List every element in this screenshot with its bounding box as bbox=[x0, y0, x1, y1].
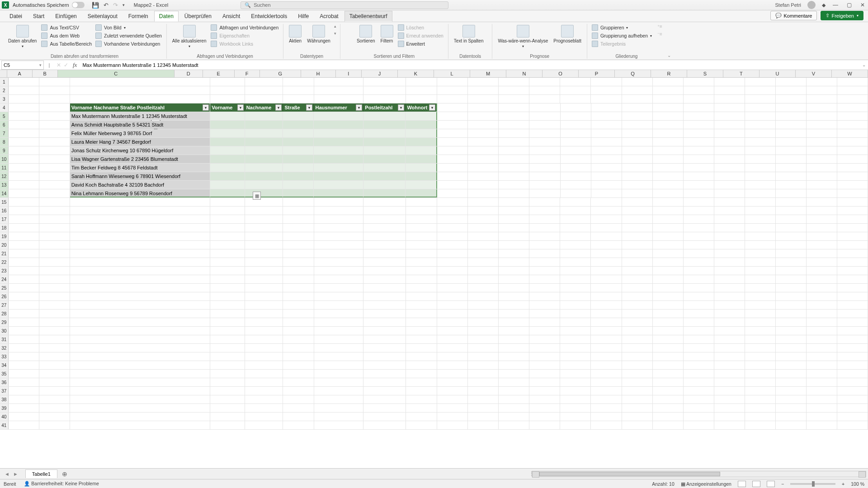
cell[interactable] bbox=[622, 224, 653, 232]
tab-überprüfen[interactable]: Überprüfen bbox=[179, 11, 217, 22]
cell[interactable] bbox=[363, 327, 406, 335]
cell[interactable] bbox=[807, 310, 837, 318]
cell[interactable] bbox=[363, 267, 406, 275]
col-header-M[interactable]: M bbox=[470, 70, 506, 77]
cell[interactable]: Vorname Nachname Straße Postleitzahl▾ bbox=[70, 103, 211, 112]
cell[interactable] bbox=[437, 224, 468, 232]
cell[interactable] bbox=[591, 361, 622, 369]
cell[interactable] bbox=[210, 232, 245, 240]
cell[interactable] bbox=[39, 421, 70, 429]
cell[interactable] bbox=[314, 181, 363, 189]
cell[interactable] bbox=[622, 292, 653, 300]
cell[interactable] bbox=[406, 164, 437, 172]
cell[interactable] bbox=[437, 129, 468, 137]
cell[interactable] bbox=[437, 344, 468, 352]
cell[interactable] bbox=[560, 327, 591, 335]
cell[interactable] bbox=[314, 129, 363, 137]
cell[interactable] bbox=[468, 78, 499, 86]
cell[interactable] bbox=[499, 404, 529, 412]
cell[interactable] bbox=[653, 198, 684, 206]
cell[interactable] bbox=[745, 352, 776, 361]
cell[interactable] bbox=[499, 310, 529, 318]
cell[interactable] bbox=[437, 378, 468, 386]
col-header-S[interactable]: S bbox=[687, 70, 723, 77]
cell[interactable] bbox=[745, 387, 776, 395]
cell[interactable] bbox=[245, 335, 283, 343]
cell[interactable] bbox=[837, 155, 868, 163]
col-header-Q[interactable]: Q bbox=[615, 70, 651, 77]
sort-button[interactable]: Sortieren bbox=[355, 24, 377, 44]
cell[interactable] bbox=[437, 301, 468, 309]
cell[interactable] bbox=[807, 95, 837, 103]
cell[interactable] bbox=[776, 138, 807, 146]
cell[interactable] bbox=[776, 249, 807, 258]
cell[interactable] bbox=[745, 181, 776, 189]
cell[interactable] bbox=[499, 395, 529, 404]
cell[interactable] bbox=[210, 404, 245, 412]
cell[interactable] bbox=[39, 378, 70, 386]
cell[interactable] bbox=[9, 206, 39, 215]
cell[interactable] bbox=[210, 310, 245, 318]
cell[interactable] bbox=[653, 361, 684, 369]
cell[interactable] bbox=[9, 275, 39, 283]
cell[interactable] bbox=[745, 215, 776, 223]
cell[interactable] bbox=[591, 335, 622, 343]
cell[interactable] bbox=[70, 361, 211, 369]
cell[interactable] bbox=[561, 129, 591, 137]
cell[interactable] bbox=[9, 344, 39, 352]
cell[interactable] bbox=[745, 275, 776, 283]
display-settings-button[interactable]: ▦ Anzeigeeinstellungen bbox=[681, 481, 731, 487]
cell[interactable] bbox=[363, 86, 406, 94]
cell[interactable] bbox=[622, 129, 653, 137]
cell[interactable] bbox=[437, 103, 468, 112]
cell[interactable] bbox=[653, 318, 684, 326]
cell[interactable] bbox=[245, 404, 283, 412]
cell[interactable] bbox=[406, 413, 438, 421]
cell[interactable] bbox=[653, 112, 684, 120]
cell[interactable] bbox=[684, 421, 714, 429]
cell[interactable] bbox=[745, 301, 776, 309]
cell[interactable] bbox=[437, 121, 468, 129]
cell[interactable] bbox=[314, 146, 363, 155]
cell[interactable] bbox=[210, 352, 245, 361]
cell[interactable] bbox=[499, 189, 529, 197]
cell[interactable] bbox=[39, 387, 70, 395]
cell[interactable] bbox=[39, 413, 70, 421]
cell[interactable] bbox=[499, 224, 529, 232]
text-to-columns-button[interactable]: Text in Spalten bbox=[452, 24, 486, 44]
cell[interactable] bbox=[591, 138, 622, 146]
cell[interactable] bbox=[745, 249, 776, 258]
tab-start[interactable]: Start bbox=[28, 11, 49, 22]
cell[interactable] bbox=[591, 129, 622, 137]
cell[interactable] bbox=[776, 95, 807, 103]
cell[interactable] bbox=[9, 138, 39, 146]
cell[interactable] bbox=[776, 292, 807, 300]
cell[interactable] bbox=[39, 189, 70, 197]
cell[interactable] bbox=[9, 129, 39, 137]
cell[interactable] bbox=[714, 155, 745, 163]
cell[interactable] bbox=[745, 78, 776, 86]
cell[interactable] bbox=[283, 370, 314, 378]
cell[interactable] bbox=[499, 413, 529, 421]
cell[interactable] bbox=[437, 181, 468, 189]
cell[interactable] bbox=[499, 129, 529, 137]
tab-hilfe[interactable]: Hilfe bbox=[293, 11, 314, 22]
cell[interactable] bbox=[529, 370, 560, 378]
cell[interactable] bbox=[837, 112, 868, 120]
cell[interactable] bbox=[776, 103, 807, 112]
cell[interactable] bbox=[561, 121, 591, 129]
cell[interactable] bbox=[591, 155, 622, 163]
cell[interactable] bbox=[622, 146, 653, 155]
cell[interactable] bbox=[314, 310, 364, 318]
cell[interactable] bbox=[437, 292, 468, 300]
cell[interactable] bbox=[437, 172, 468, 180]
cell[interactable] bbox=[314, 164, 363, 172]
cell[interactable] bbox=[283, 275, 314, 283]
cell[interactable] bbox=[283, 344, 314, 352]
horizontal-scrollbar[interactable] bbox=[532, 471, 866, 477]
cell[interactable] bbox=[39, 198, 70, 206]
cell[interactable] bbox=[591, 344, 622, 352]
cell[interactable] bbox=[561, 164, 591, 172]
cell[interactable] bbox=[653, 215, 684, 223]
cell[interactable] bbox=[622, 189, 653, 197]
